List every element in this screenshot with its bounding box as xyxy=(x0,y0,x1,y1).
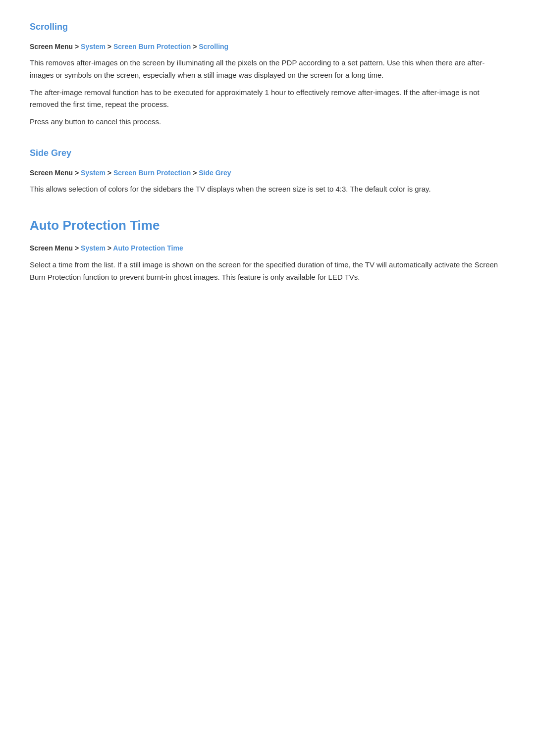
breadcrumb-sep3: > xyxy=(191,43,199,50)
breadcrumb-sep4: > xyxy=(73,169,81,177)
breadcrumb-sep5: > xyxy=(106,169,113,177)
breadcrumb-screen-menu: Screen Menu xyxy=(30,43,73,50)
side-grey-title: Side Grey xyxy=(30,146,505,160)
scrolling-para2: The after-image removal function has to … xyxy=(30,87,505,111)
breadcrumb-screen-menu3: Screen Menu xyxy=(30,244,73,252)
section-side-grey: Side Grey Screen Menu > System > Screen … xyxy=(30,146,505,196)
side-grey-breadcrumb: Screen Menu > System > Screen Burn Prote… xyxy=(30,167,505,178)
page-content: Scrolling Screen Menu > System > Screen … xyxy=(30,20,505,283)
scrolling-title: Scrolling xyxy=(30,20,505,34)
breadcrumb-sep6: > xyxy=(191,169,199,177)
side-grey-para1: This allows selection of colors for the … xyxy=(30,183,505,196)
auto-protection-title: Auto Protection Time xyxy=(30,215,505,236)
breadcrumb-screen-burn-link[interactable]: Screen Burn Protection xyxy=(113,43,191,50)
auto-protection-para1: Select a time from the list. If a still … xyxy=(30,259,505,284)
auto-protection-breadcrumb: Screen Menu > System > Auto Protection T… xyxy=(30,243,505,253)
breadcrumb-sep7: > xyxy=(73,244,81,252)
breadcrumb-scrolling-link[interactable]: Scrolling xyxy=(199,43,228,50)
breadcrumb-screen-menu2: Screen Menu xyxy=(30,169,73,177)
breadcrumb-sep8: > xyxy=(106,244,113,252)
breadcrumb-system-link[interactable]: System xyxy=(81,43,106,50)
scrolling-para1: This removes after-images on the screen … xyxy=(30,57,505,82)
breadcrumb-side-grey-link[interactable]: Side Grey xyxy=(199,169,231,177)
breadcrumb-sep1: > xyxy=(73,43,81,50)
scrolling-breadcrumb: Screen Menu > System > Screen Burn Prote… xyxy=(30,41,505,52)
breadcrumb-auto-protection-link[interactable]: Auto Protection Time xyxy=(113,244,183,252)
breadcrumb-screen-burn-link2[interactable]: Screen Burn Protection xyxy=(113,169,191,177)
breadcrumb-sep2: > xyxy=(106,43,113,50)
breadcrumb-system-link3[interactable]: System xyxy=(81,244,106,252)
section-auto-protection: Auto Protection Time Screen Menu > Syste… xyxy=(30,215,505,283)
breadcrumb-system-link2[interactable]: System xyxy=(81,169,106,177)
section-scrolling: Scrolling Screen Menu > System > Screen … xyxy=(30,20,505,128)
scrolling-para3: Press any button to cancel this process. xyxy=(30,116,505,128)
